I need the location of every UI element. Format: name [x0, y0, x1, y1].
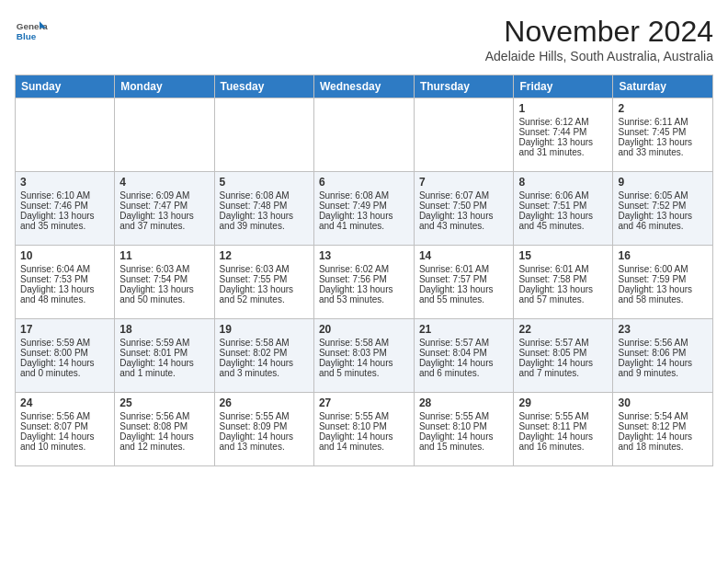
day-info: Daylight: 13 hours and 45 minutes.: [518, 211, 608, 231]
day-info: Sunrise: 5:58 AM: [220, 338, 309, 348]
day-number: 13: [319, 249, 409, 262]
day-number: 18: [119, 323, 209, 336]
day-number: 23: [618, 323, 708, 336]
calendar-cell: 23Sunrise: 5:56 AMSunset: 8:06 PMDayligh…: [613, 319, 713, 393]
day-info: Sunrise: 5:59 AM: [20, 338, 109, 348]
day-number: 3: [20, 176, 109, 189]
day-info: Sunset: 7:45 PM: [618, 127, 708, 137]
day-info: Daylight: 13 hours and 33 minutes.: [618, 137, 708, 157]
day-number: 6: [319, 176, 409, 189]
day-info: Sunrise: 6:03 AM: [119, 264, 209, 274]
day-info: Sunrise: 6:06 AM: [518, 190, 608, 201]
day-info: Sunset: 7:59 PM: [618, 274, 708, 284]
day-info: Sunset: 8:04 PM: [419, 348, 509, 358]
day-info: Daylight: 13 hours and 31 minutes.: [518, 137, 608, 157]
calendar-week-row: 24Sunrise: 5:56 AMSunset: 8:07 PMDayligh…: [16, 393, 713, 466]
day-info: Sunrise: 5:55 AM: [220, 411, 309, 421]
calendar-cell: [115, 98, 214, 172]
day-info: Daylight: 13 hours and 52 minutes.: [220, 284, 309, 304]
column-header-tuesday: Tuesday: [214, 75, 313, 98]
day-number: 2: [618, 102, 708, 115]
calendar-cell: 28Sunrise: 5:55 AMSunset: 8:10 PMDayligh…: [414, 393, 514, 466]
day-info: Sunset: 7:53 PM: [20, 274, 109, 284]
calendar-cell: [313, 98, 414, 172]
column-header-saturday: Saturday: [613, 75, 713, 98]
calendar-cell: 17Sunrise: 5:59 AMSunset: 8:00 PMDayligh…: [16, 319, 115, 393]
day-info: Sunrise: 5:56 AM: [119, 411, 209, 421]
day-info: Sunset: 8:01 PM: [119, 348, 209, 358]
day-info: Sunset: 8:07 PM: [20, 421, 109, 431]
day-number: 24: [20, 396, 109, 409]
day-info: Sunrise: 5:56 AM: [618, 338, 708, 348]
day-number: 15: [518, 249, 608, 262]
day-number: 29: [518, 396, 608, 409]
day-number: 30: [618, 396, 708, 409]
day-info: Sunrise: 6:08 AM: [319, 190, 409, 201]
calendar-cell: 30Sunrise: 5:54 AMSunset: 8:12 PMDayligh…: [613, 393, 713, 466]
day-number: 26: [220, 396, 309, 409]
day-number: 4: [119, 176, 209, 189]
day-info: Sunrise: 5:57 AM: [419, 338, 509, 348]
logo-icon: General Blue: [15, 15, 48, 48]
day-info: Daylight: 14 hours and 7 minutes.: [518, 358, 608, 378]
day-info: Sunset: 7:54 PM: [119, 274, 209, 284]
calendar-cell: 19Sunrise: 5:58 AMSunset: 8:02 PMDayligh…: [214, 319, 313, 393]
day-info: Sunset: 8:11 PM: [518, 421, 608, 431]
day-info: Sunrise: 5:54 AM: [618, 411, 708, 421]
day-info: Daylight: 13 hours and 39 minutes.: [220, 211, 309, 231]
day-info: Sunrise: 6:02 AM: [319, 264, 409, 274]
day-info: Sunset: 8:00 PM: [20, 348, 109, 358]
calendar-cell: 16Sunrise: 6:00 AMSunset: 7:59 PMDayligh…: [613, 246, 713, 319]
day-info: Sunset: 7:55 PM: [220, 274, 309, 284]
calendar-cell: 22Sunrise: 5:57 AMSunset: 8:05 PMDayligh…: [514, 319, 613, 393]
calendar-week-row: 1Sunrise: 6:12 AMSunset: 7:44 PMDaylight…: [16, 98, 713, 172]
day-info: Sunrise: 5:58 AM: [319, 338, 409, 348]
day-info: Sunset: 7:44 PM: [518, 127, 608, 137]
calendar-cell: 6Sunrise: 6:08 AMSunset: 7:49 PMDaylight…: [313, 172, 414, 246]
calendar-cell: 7Sunrise: 6:07 AMSunset: 7:50 PMDaylight…: [414, 172, 514, 246]
page-header: General Blue November 2024 Adelaide Hill…: [15, 15, 713, 63]
day-info: Daylight: 14 hours and 18 minutes.: [618, 431, 708, 452]
day-info: Daylight: 14 hours and 1 minute.: [119, 358, 209, 378]
day-info: Sunset: 8:12 PM: [618, 421, 708, 431]
day-info: Sunrise: 5:55 AM: [419, 411, 509, 421]
day-number: 8: [518, 176, 608, 189]
month-title: November 2024: [485, 15, 713, 49]
calendar-cell: 11Sunrise: 6:03 AMSunset: 7:54 PMDayligh…: [115, 246, 214, 319]
day-info: Sunrise: 5:55 AM: [518, 411, 608, 421]
day-info: Sunrise: 5:57 AM: [518, 338, 608, 348]
calendar-week-row: 3Sunrise: 6:10 AMSunset: 7:46 PMDaylight…: [16, 172, 713, 246]
day-info: Sunrise: 5:55 AM: [319, 411, 409, 421]
day-info: Sunset: 8:10 PM: [319, 421, 409, 431]
day-number: 21: [419, 323, 509, 336]
day-number: 19: [220, 323, 309, 336]
column-header-thursday: Thursday: [414, 75, 514, 98]
calendar-cell: 14Sunrise: 6:01 AMSunset: 7:57 PMDayligh…: [414, 246, 514, 319]
day-info: Sunrise: 6:08 AM: [220, 190, 309, 201]
day-info: Sunset: 8:09 PM: [220, 421, 309, 431]
day-info: Daylight: 14 hours and 9 minutes.: [618, 358, 708, 378]
day-info: Daylight: 14 hours and 15 minutes.: [419, 431, 509, 452]
day-info: Daylight: 13 hours and 43 minutes.: [419, 211, 509, 231]
calendar-cell: 9Sunrise: 6:05 AMSunset: 7:52 PMDaylight…: [613, 172, 713, 246]
calendar-cell: 3Sunrise: 6:10 AMSunset: 7:46 PMDaylight…: [16, 172, 115, 246]
day-number: 25: [119, 396, 209, 409]
calendar-week-row: 17Sunrise: 5:59 AMSunset: 8:00 PMDayligh…: [16, 319, 713, 393]
column-header-friday: Friday: [514, 75, 613, 98]
day-info: Daylight: 13 hours and 50 minutes.: [119, 284, 209, 304]
day-info: Daylight: 13 hours and 58 minutes.: [618, 284, 708, 304]
calendar-cell: 29Sunrise: 5:55 AMSunset: 8:11 PMDayligh…: [514, 393, 613, 466]
day-info: Sunrise: 5:56 AM: [20, 411, 109, 421]
day-info: Sunrise: 6:11 AM: [618, 117, 708, 127]
day-number: 27: [319, 396, 409, 409]
day-number: 20: [319, 323, 409, 336]
day-info: Sunrise: 6:01 AM: [518, 264, 608, 274]
calendar-cell: [414, 98, 514, 172]
calendar-cell: 26Sunrise: 5:55 AMSunset: 8:09 PMDayligh…: [214, 393, 313, 466]
calendar-cell: 27Sunrise: 5:55 AMSunset: 8:10 PMDayligh…: [313, 393, 414, 466]
day-info: Sunset: 8:08 PM: [119, 421, 209, 431]
column-header-sunday: Sunday: [16, 75, 115, 98]
day-info: Sunset: 7:52 PM: [618, 201, 708, 211]
calendar-cell: 4Sunrise: 6:09 AMSunset: 7:47 PMDaylight…: [115, 172, 214, 246]
calendar-cell: 24Sunrise: 5:56 AMSunset: 8:07 PMDayligh…: [16, 393, 115, 466]
